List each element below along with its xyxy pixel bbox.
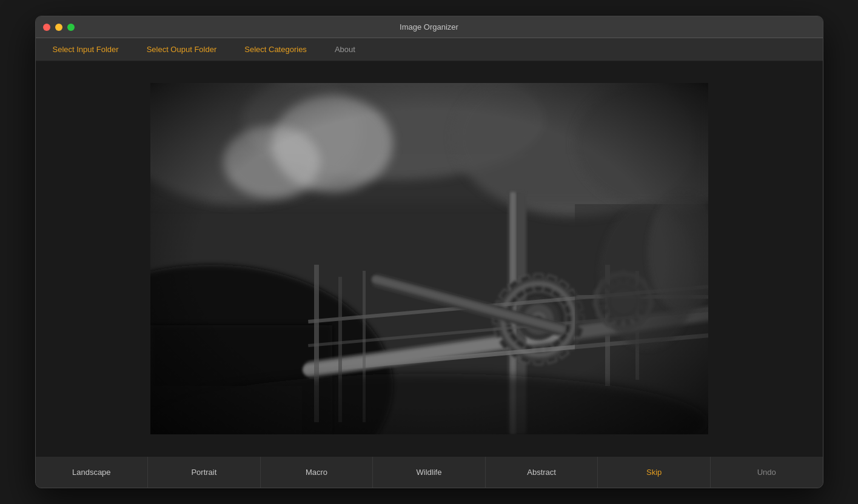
category-portrait-button[interactable]: Portrait [148, 457, 261, 488]
minimize-button[interactable] [55, 24, 62, 31]
category-macro-button[interactable]: Macro [261, 457, 374, 488]
menu-select-input-folder[interactable]: Select Input Folder [48, 42, 124, 56]
maximize-button[interactable] [67, 24, 75, 31]
category-skip-button[interactable]: Skip [598, 457, 711, 488]
window-controls [43, 24, 75, 31]
category-landscape-button[interactable]: Landscape [36, 457, 149, 488]
close-button[interactable] [43, 24, 50, 31]
category-bar: Landscape Portrait Macro Wildlife Abstra… [36, 456, 823, 488]
category-abstract-button[interactable]: Abstract [486, 457, 598, 488]
window-title: Image Organizer [400, 22, 458, 31]
menu-select-output-folder[interactable]: Select Ouput Folder [142, 42, 222, 56]
menu-select-categories[interactable]: Select Categories [240, 42, 312, 56]
svg-rect-74 [150, 83, 708, 434]
image-display [150, 83, 708, 434]
title-bar: Image Organizer [36, 16, 823, 38]
menu-about[interactable]: About [330, 42, 360, 56]
main-window: Image Organizer Select Input Folder Sele… [35, 16, 823, 488]
menu-bar: Select Input Folder Select Ouput Folder … [36, 38, 823, 61]
category-undo-button[interactable]: Undo [711, 457, 823, 488]
image-area [36, 61, 823, 456]
category-wildlife-button[interactable]: Wildlife [373, 457, 486, 488]
